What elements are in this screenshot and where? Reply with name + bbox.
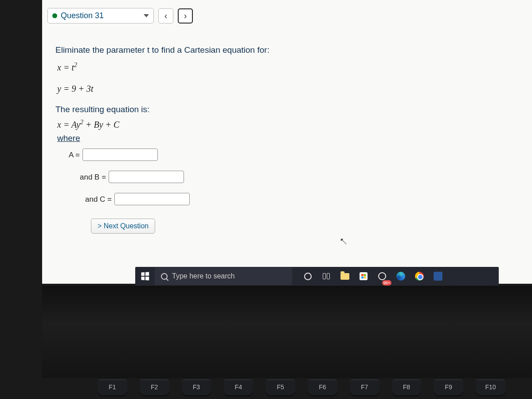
word-icon — [434, 272, 442, 281]
key-f7: F7 — [350, 379, 379, 395]
chevron-down-icon — [144, 14, 149, 17]
task-view-button[interactable] — [319, 269, 334, 284]
chrome-icon — [415, 272, 424, 281]
settings-button[interactable]: 99+ — [375, 269, 390, 284]
app-viewport: Question 31 ‹ › Eliminate the parameter … — [42, 0, 532, 284]
desk-shadow — [42, 286, 532, 378]
key-f6: F6 — [308, 379, 337, 395]
taskbar-icons: 99+ — [300, 269, 446, 284]
key-f9: F9 — [434, 379, 463, 395]
input-A[interactable] — [82, 149, 158, 161]
chevron-left-icon: ‹ — [164, 11, 168, 21]
next-question-nav-button[interactable]: › — [178, 8, 193, 23]
label-A: A = — [69, 149, 80, 161]
ms-store-button[interactable] — [356, 269, 371, 284]
taskbar-search-input[interactable]: Type here to search — [155, 267, 292, 285]
key-f4: F4 — [223, 379, 253, 395]
cortana-button[interactable] — [300, 269, 315, 284]
input-row-C: and C = — [85, 193, 532, 205]
word-button[interactable] — [430, 269, 446, 284]
folder-icon — [340, 273, 349, 280]
task-view-icon — [323, 273, 330, 279]
notification-badge: 99+ — [382, 280, 391, 286]
store-icon — [360, 272, 368, 280]
key-f10: F10 — [476, 379, 505, 395]
input-row-B: and B = — [80, 171, 532, 183]
physical-keyboard: F1 F2 F3 F4 F5 F6 F7 F8 F9 F10 — [0, 371, 532, 395]
status-dot-icon — [52, 13, 57, 18]
gear-icon — [378, 272, 386, 280]
windows-taskbar: Type here to search 99+ — [135, 267, 499, 286]
input-B[interactable] — [109, 171, 184, 183]
edge-button[interactable] — [393, 269, 408, 284]
key-f2: F2 — [140, 379, 169, 395]
windows-logo-icon — [141, 272, 149, 281]
file-explorer-button[interactable] — [337, 269, 352, 284]
chevron-right-icon: › — [184, 11, 187, 21]
problem-body: Eliminate the parameter t to find a Cart… — [47, 43, 532, 234]
prev-question-button[interactable]: ‹ — [158, 8, 173, 23]
input-C[interactable] — [114, 193, 190, 205]
question-selector-label: Question 31 — [61, 11, 104, 20]
question-header: Question 31 ‹ › — [47, 8, 532, 23]
problem-prompt: Eliminate the parameter t to find a Cart… — [55, 43, 532, 57]
key-f5: F5 — [266, 379, 295, 395]
label-C: and C = — [85, 193, 112, 205]
question-selector-dropdown[interactable]: Question 31 — [47, 8, 154, 23]
equation-y: y = 9 + 3t — [57, 82, 532, 96]
where-label: where — [57, 132, 532, 145]
equation-x: x = t2 — [57, 60, 532, 74]
chrome-button[interactable] — [412, 269, 427, 284]
search-placeholder: Type here to search — [172, 272, 235, 280]
edge-icon — [396, 272, 405, 281]
key-f1: F1 — [98, 379, 127, 395]
label-B: and B = — [80, 171, 106, 183]
question-panel: Question 31 ‹ › Eliminate the parameter … — [47, 8, 532, 284]
result-intro: The resulting equation is: — [55, 103, 532, 116]
circle-icon — [304, 273, 312, 280]
next-question-button[interactable]: > Next Question — [91, 219, 155, 234]
start-button[interactable] — [135, 267, 155, 286]
key-f8: F8 — [392, 379, 422, 395]
result-equation: x = Ay2 + By + C — [57, 117, 532, 132]
key-f3: F3 — [182, 379, 211, 395]
input-row-A: A = — [69, 149, 532, 161]
cursor-icon: ⭦ — [339, 236, 348, 246]
search-icon — [161, 273, 168, 280]
